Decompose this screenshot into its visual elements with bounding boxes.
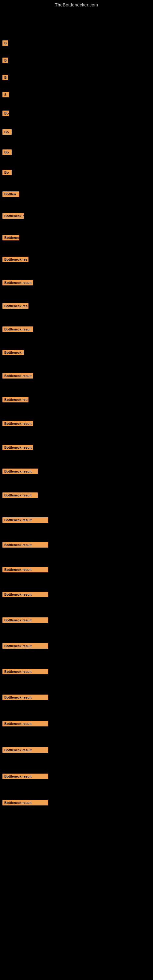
bar-label: Bottleneck res: [2, 303, 29, 309]
bar-label: Bottleneck result: [2, 617, 48, 623]
list-item: Bottleneck result: [0, 668, 153, 676]
list-item: Bottleneck result: [0, 590, 153, 598]
list-item: Bottlenec: [0, 234, 153, 242]
bar-label: Bo: [2, 170, 12, 175]
bar-label: Bottleneck r: [2, 213, 24, 219]
bar-label: Bottleneck result: [2, 280, 33, 285]
bar-label: B: [2, 57, 8, 63]
list-item: Bottleneck result: [0, 746, 153, 754]
bar-label: Bottleneck resul: [2, 326, 33, 332]
list-item: Bottleneck result: [0, 467, 153, 475]
bar-label: Bottleneck result: [2, 643, 48, 649]
bar-label: Bo: [2, 129, 12, 135]
bar-label: Bottleneck result: [2, 747, 48, 753]
bar-label: Bottleneck result: [2, 517, 48, 523]
bar-label: B: [2, 40, 8, 46]
bar-label: Bottleneck result: [2, 800, 48, 805]
bar-label: Bottleneck result: [2, 773, 48, 779]
bar-label: Bottleneck result: [2, 492, 38, 498]
list-item: Bo: [0, 128, 153, 136]
bar-label: Bottleneck result: [2, 592, 48, 597]
bar-label: Bottleneck r: [2, 350, 24, 355]
list-item: Bottleneck result: [0, 279, 153, 286]
list-item: Bottleneck resul: [0, 325, 153, 333]
bar-label: Bottleneck result: [2, 669, 48, 675]
list-item: Bottleneck result: [0, 799, 153, 807]
bar-label: Bottlenec: [2, 235, 19, 240]
list-item: Bottleneck res: [0, 255, 153, 263]
list-item: Bottleneck res: [0, 396, 153, 404]
bar-label: Bottleneck result: [2, 542, 48, 547]
list-item: B: [0, 73, 153, 81]
bar-label: Bottleneck result: [2, 445, 33, 450]
bar-label: S: [2, 92, 9, 97]
list-item: Bo: [0, 148, 153, 156]
bar-label: Bottleneck result: [2, 373, 33, 379]
bar-label: Bo: [2, 150, 12, 155]
site-title: TheBottlenecker.com: [0, 0, 153, 9]
page-wrapper: TheBottlenecker.com B B B S Bo Bo Bo: [0, 0, 153, 807]
list-item: Bottleneck result: [0, 616, 153, 624]
list-item: Bottleneck r: [0, 348, 153, 356]
bar-label: Bottlen: [2, 191, 19, 197]
bar-label: B: [2, 75, 8, 80]
list-item: Bottleneck result: [0, 516, 153, 524]
list-item: Bottlen: [0, 190, 153, 198]
bar-label: Bo: [2, 111, 9, 116]
list-item: Bo: [0, 169, 153, 177]
list-item: Bottleneck result: [0, 694, 153, 701]
list-item: Bo: [0, 109, 153, 117]
bar-label: Bottleneck result: [2, 721, 48, 726]
list-item: S: [0, 91, 153, 99]
list-item: Bottleneck result: [0, 642, 153, 650]
list-item: B: [0, 39, 153, 47]
bar-label: Bottleneck result: [2, 695, 48, 700]
bar-label: Bottleneck res: [2, 397, 29, 402]
list-item: Bottleneck result: [0, 720, 153, 728]
list-item: Bottleneck r: [0, 212, 153, 220]
list-item: Bottleneck result: [0, 566, 153, 574]
bar-label: Bottleneck result: [2, 567, 48, 573]
list-item: Bottleneck result: [0, 541, 153, 549]
list-item: B: [0, 56, 153, 64]
bar-label: Bottleneck result: [2, 421, 33, 426]
bar-label: Bottleneck result: [2, 469, 38, 474]
list-item: Bottleneck result: [0, 444, 153, 452]
list-item: Bottleneck result: [0, 372, 153, 380]
bar-label: Bottleneck res: [2, 257, 29, 262]
list-item: Bottleneck result: [0, 491, 153, 499]
list-item: Bottleneck result: [0, 420, 153, 428]
bars-section: B B B S Bo Bo Bo Bo Bott: [0, 39, 153, 807]
list-item: Bottleneck result: [0, 772, 153, 780]
list-item: Bottleneck res: [0, 302, 153, 310]
